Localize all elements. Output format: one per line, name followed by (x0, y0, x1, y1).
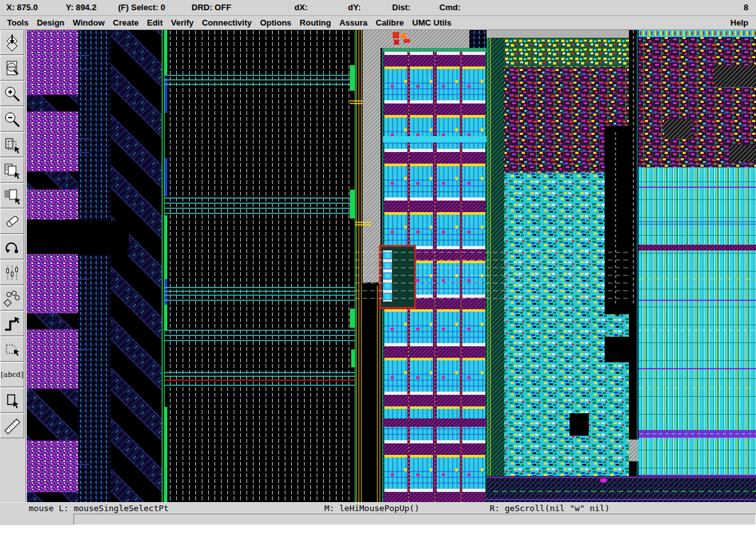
stretch-icon (3, 135, 22, 155)
menu-item-options[interactable]: Options (256, 17, 295, 29)
tool-label-button[interactable]: [abcd] (0, 362, 24, 387)
status-field-dist: Dist: (392, 3, 411, 12)
menu-item-tools[interactable]: Tools (3, 17, 33, 29)
menu-item-verify[interactable]: Verify (167, 17, 197, 29)
layout-canvas[interactable] (27, 30, 756, 502)
command-row-stub (0, 514, 73, 525)
menu-item-design[interactable]: Design (33, 17, 68, 29)
mouse-binding-middle: M: leHiMousePopUp() (324, 503, 420, 513)
menu-item-window[interactable]: Window (69, 17, 109, 29)
window-background (0, 525, 756, 552)
instance-icon (3, 289, 22, 308)
zoom-out-icon (3, 110, 22, 129)
tool-polygon-button[interactable] (0, 337, 24, 362)
layout-region-padring (27, 30, 165, 502)
menu-item-calibre[interactable]: Calibre (372, 17, 408, 29)
layout-region-divider (629, 30, 639, 502)
menu-item-edit[interactable]: Edit (143, 17, 167, 29)
path-icon (3, 314, 22, 334)
copy-icon (3, 161, 22, 180)
properties-icon (3, 263, 22, 282)
status-field-cmd: Cmd: (439, 3, 460, 12)
tool-copy-button[interactable] (0, 158, 24, 183)
tool-save-button[interactable] (0, 30, 24, 55)
move-icon (3, 187, 22, 206)
undo-icon (3, 238, 22, 257)
window-badge: 8 (744, 3, 748, 12)
tool-zoom-out-button[interactable] (0, 107, 24, 132)
save-icon (3, 33, 22, 52)
layout-drawing (27, 30, 756, 502)
mouse-binding-right: R: geScroll(nil "w" nil) (490, 503, 610, 513)
layout-region-bottom-band (487, 476, 756, 502)
layout-region-core (487, 30, 632, 502)
fit-edit-icon (3, 59, 22, 78)
layout-region-wire-bundle (350, 30, 383, 502)
status-field-select: (F) Select: 0 (118, 3, 165, 12)
tool-palette: [abcd] (0, 30, 26, 502)
tool-path-button[interactable] (0, 311, 24, 336)
tool-stretch-button[interactable] (0, 132, 24, 157)
menu-item-create[interactable]: Create (109, 17, 142, 29)
status-field-dx: dX: (294, 3, 308, 12)
tool-move-button[interactable] (0, 183, 24, 208)
tool-undo-button[interactable] (0, 234, 24, 259)
menu-bar: ToolsDesignWindowCreateEditVerifyConnect… (0, 16, 756, 30)
menu-item-assura[interactable]: Assura (335, 17, 371, 29)
menu-item-routing[interactable]: Routing (296, 17, 335, 29)
tool-fit-edit-button[interactable] (0, 56, 24, 80)
status-bar: X: 875.0 Y: 894.2 (F) Select: 0 DRD: OFF… (0, 0, 756, 16)
zoom-in-icon (3, 84, 22, 103)
tool-delete-button[interactable] (0, 209, 24, 234)
layout-region-right-block (639, 30, 756, 476)
menu-item-connectivity[interactable]: Connectivity (198, 17, 255, 29)
mouse-binding-left: mouse L: mouseSingleSelectPt (29, 503, 169, 513)
layout-region-cell-columns (377, 30, 487, 502)
tool-properties-button[interactable] (0, 260, 24, 285)
status-field-drd: DRD: OFF (192, 3, 231, 12)
tool-instance-button[interactable] (0, 286, 24, 310)
status-field-x: X: 875.0 (6, 3, 38, 12)
status-field-dy: dY: (348, 3, 361, 12)
command-row: > modify_plot (0, 514, 756, 525)
tool-zoom-in-button[interactable] (0, 81, 24, 106)
mouse-bindings-bar: mouse L: mouseSingleSelectPt M: leHiMous… (0, 502, 756, 514)
eraser-icon (3, 212, 22, 231)
menu-item-help[interactable]: Help (727, 17, 752, 29)
polygon-icon (3, 340, 22, 359)
menu-item-umc-utils[interactable]: UMC Utils (409, 17, 455, 29)
status-field-y: Y: 894.2 (66, 3, 96, 12)
label-icon: [abcd] (1, 371, 23, 379)
tool-ruler-button[interactable] (0, 413, 24, 438)
ruler-icon (3, 417, 22, 436)
rectangle-icon (3, 391, 22, 410)
command-input[interactable]: > modify_plot (73, 514, 756, 525)
tool-rectangle-button[interactable] (0, 388, 24, 413)
